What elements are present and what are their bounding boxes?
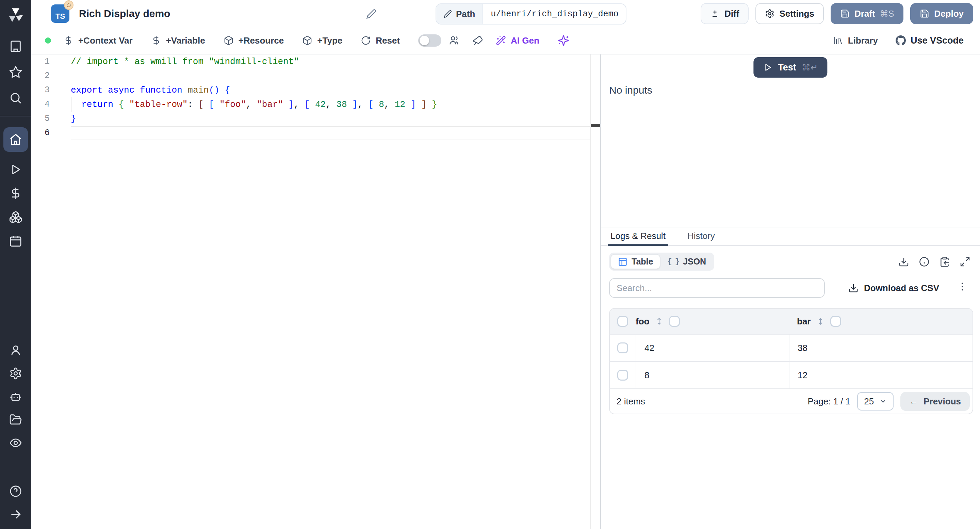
table-menu-button[interactable] — [957, 281, 968, 295]
sidebar-item-home[interactable] — [3, 127, 28, 152]
sidebar-item-favorites[interactable] — [9, 65, 22, 79]
arrow-left-icon: ← — [909, 396, 918, 407]
no-inputs-label: No inputs — [609, 84, 652, 96]
sidebar-collapse-toggle[interactable] — [9, 508, 22, 521]
result-table-body: 4238812 — [610, 334, 972, 389]
ai-gen-button[interactable]: AI Gen — [496, 35, 539, 46]
arrow-right-icon — [9, 508, 22, 521]
deploy-button[interactable]: Deploy — [910, 3, 973, 24]
test-button[interactable]: Test ⌘↵ — [753, 57, 827, 78]
editor-toolbar: +Context Var +Variable +Resource +Type R… — [31, 27, 980, 54]
folder-open-icon — [9, 413, 22, 426]
sidebar-item-settings[interactable] — [9, 367, 22, 380]
code-line: return { "table-row": [ [ "foo", "bar" ]… — [71, 97, 591, 112]
code-line — [71, 69, 591, 83]
sort-icon[interactable] — [655, 317, 663, 326]
windmill-logo-icon[interactable] — [7, 7, 24, 24]
code-editor[interactable]: 123456 // import * as wmill from "windmi… — [31, 54, 600, 529]
sidebar-item-schedules[interactable] — [9, 234, 22, 248]
reset-button[interactable]: Reset — [361, 35, 400, 46]
expand-icon[interactable] — [959, 257, 970, 267]
table-cell: 12 — [789, 362, 972, 389]
sidebar-item-users[interactable] — [9, 344, 22, 357]
package-icon — [302, 35, 312, 46]
table-header: foo bar — [610, 309, 972, 334]
diff-icon — [710, 9, 720, 18]
result-actions — [898, 257, 970, 267]
view-toggle: Table { } JSON — [609, 253, 714, 271]
diff-button[interactable]: Diff — [701, 3, 749, 24]
view-option-table[interactable]: Table — [611, 254, 660, 269]
test-shortcut: ⌘↵ — [802, 62, 818, 73]
add-context-var-button[interactable]: +Context Var — [63, 35, 133, 46]
previous-page-button[interactable]: ← Previous — [900, 392, 970, 411]
sidebar-item-runs[interactable] — [9, 163, 22, 176]
edit-title-pencil-icon[interactable] — [366, 9, 376, 19]
line-number: 2 — [31, 69, 50, 83]
library-button[interactable]: Library — [833, 35, 878, 46]
star-icon — [9, 65, 22, 79]
table-row[interactable]: 812 — [610, 361, 972, 389]
table-row[interactable]: 4238 — [610, 334, 972, 361]
diff-mode-toggle[interactable] — [418, 34, 441, 47]
draft-shortcut: ⌘S — [880, 9, 894, 19]
result-section: Logs & Result History Table { } JSON — [601, 227, 980, 529]
settings-button[interactable]: Settings — [756, 3, 824, 24]
tab-history[interactable]: History — [686, 228, 716, 245]
sidebar-item-workers[interactable] — [9, 390, 22, 403]
column-header-foo: foo — [636, 316, 649, 327]
table-cell: 38 — [789, 335, 972, 361]
info-icon[interactable] — [919, 257, 930, 267]
use-vscode-button[interactable]: Use VScode — [896, 35, 964, 46]
download-csv-button[interactable]: Download as CSV — [848, 283, 939, 293]
sidebar-item-search[interactable] — [9, 91, 22, 105]
github-icon — [896, 35, 906, 46]
view-option-json[interactable]: { } JSON — [660, 255, 713, 269]
row-checkbox[interactable] — [617, 343, 628, 353]
sparkles-icon[interactable] — [558, 35, 569, 46]
paintbrush-icon[interactable] — [472, 35, 484, 46]
path-chip[interactable]: Path u/henri/rich_display_demo — [436, 3, 627, 24]
draft-button[interactable]: Draft ⌘S — [830, 3, 904, 24]
sidebar-item-folders[interactable] — [9, 413, 22, 426]
gear-icon — [9, 367, 22, 380]
sidebar-item-resources[interactable] — [9, 210, 22, 224]
users-icon[interactable] — [448, 35, 460, 46]
sort-icon[interactable] — [816, 317, 825, 326]
column-checkbox-foo[interactable] — [669, 316, 680, 327]
search-icon — [9, 91, 22, 105]
dollar-icon — [151, 35, 161, 46]
path-value: u/henri/rich_display_demo — [483, 4, 626, 24]
sidebar-item-workspace[interactable] — [9, 40, 22, 53]
column-checkbox-bar[interactable] — [830, 316, 841, 327]
add-variable-button[interactable]: +Variable — [151, 35, 205, 46]
sidebar-item-variables[interactable] — [9, 186, 22, 200]
braces-icon: { } — [667, 257, 679, 266]
result-table: foo bar 4238812 2 i — [609, 308, 973, 414]
table-icon — [618, 257, 627, 266]
emoji-badge-icon: ☺ — [64, 0, 73, 10]
play-icon — [9, 163, 22, 176]
sidebar-item-help[interactable] — [9, 485, 22, 498]
sidebar — [0, 0, 31, 529]
right-panel: Test ⌘↵ No inputs Logs & Result History — [601, 54, 980, 529]
sidebar-item-audit[interactable] — [9, 437, 22, 449]
add-resource-button[interactable]: +Resource — [224, 35, 284, 46]
package-icon — [224, 35, 234, 46]
dollar-icon — [9, 186, 22, 200]
chevron-down-icon — [879, 398, 887, 405]
clipboard-copy-icon[interactable] — [939, 257, 950, 267]
tab-logs-result[interactable]: Logs & Result — [609, 228, 667, 245]
top-bar: TS ☺ Rich Display demo Path u/henri/rich… — [31, 0, 980, 27]
row-checkbox[interactable] — [617, 370, 628, 381]
line-number: 1 — [31, 54, 50, 69]
editor-code[interactable]: // import * as wmill from "windmill-clie… — [71, 54, 591, 140]
page-size-select[interactable]: 25 — [857, 392, 894, 411]
download-icon[interactable] — [898, 257, 909, 267]
add-type-button[interactable]: +Type — [302, 35, 342, 46]
code-line: // import * as wmill from "windmill-clie… — [71, 54, 591, 69]
user-icon — [9, 344, 22, 357]
column-header-bar: bar — [797, 316, 811, 327]
select-all-checkbox[interactable] — [617, 316, 628, 327]
search-input[interactable] — [609, 278, 825, 298]
